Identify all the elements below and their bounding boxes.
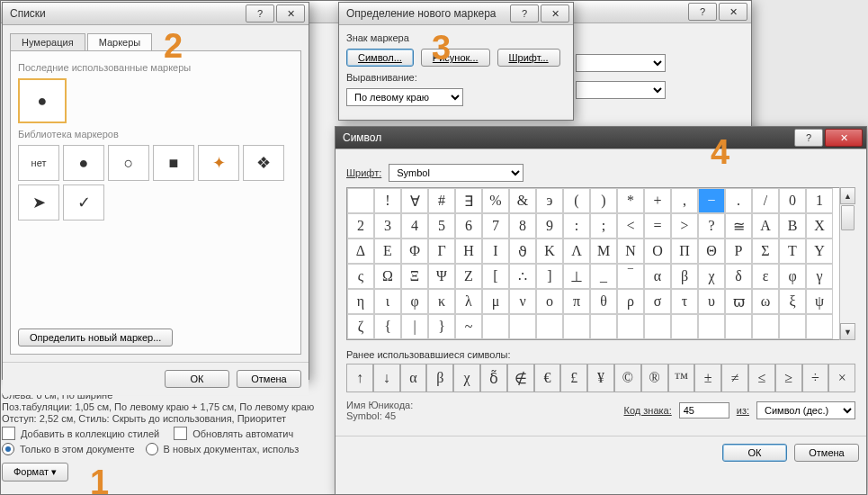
- define-new-bullet-button[interactable]: Определить новый маркер...: [18, 328, 173, 346]
- bullet-square[interactable]: ■: [153, 145, 194, 181]
- symbol-cell[interactable]: 8: [509, 213, 536, 238]
- symbol-cell[interactable]: [806, 314, 833, 339]
- symbol-cell[interactable]: |: [401, 314, 428, 339]
- symbol-cell[interactable]: γ: [806, 264, 833, 289]
- symbol-cell[interactable]: ω: [752, 289, 779, 314]
- symbol-cell[interactable]: [779, 314, 806, 339]
- symbol-cell[interactable]: [482, 314, 509, 339]
- close-icon[interactable]: ✕: [541, 4, 569, 22]
- recent-symbol-cell[interactable]: α: [400, 364, 427, 392]
- symbol-cell[interactable]: Δ: [347, 238, 374, 264]
- symbol-cell[interactable]: ;: [590, 213, 617, 238]
- symbol-cell[interactable]: [536, 314, 563, 339]
- symbol-cell[interactable]: [671, 314, 698, 339]
- symbol-cell[interactable]: ρ: [617, 289, 644, 314]
- bullet-disc[interactable]: ●: [63, 145, 104, 181]
- symbol-cell[interactable]: φ: [779, 264, 806, 289]
- symbol-cell[interactable]: ζ: [347, 314, 374, 339]
- symbol-cell[interactable]: ): [590, 188, 617, 213]
- symbol-cell[interactable]: T: [779, 238, 806, 264]
- recent-symbol-cell[interactable]: €: [534, 364, 561, 392]
- symbol-cell[interactable]: [347, 188, 374, 213]
- symbol-cell[interactable]: P: [725, 238, 752, 264]
- symbol-cell[interactable]: 4: [401, 213, 428, 238]
- recent-symbol-cell[interactable]: ↓: [373, 364, 400, 392]
- symbol-cell[interactable]: Θ: [698, 238, 725, 264]
- close-icon[interactable]: ✕: [719, 3, 747, 21]
- symbol-cell[interactable]: ?: [698, 213, 725, 238]
- symbol-cell[interactable]: [617, 314, 644, 339]
- recent-symbol-cell[interactable]: ©: [614, 364, 641, 392]
- recent-symbol-cell[interactable]: ≤: [748, 364, 775, 392]
- font-select[interactable]: Symbol: [389, 164, 523, 182]
- symbol-button[interactable]: Символ...: [346, 49, 414, 67]
- ok-button[interactable]: ОК: [722, 444, 787, 462]
- recent-symbol-cell[interactable]: ÷: [802, 364, 829, 392]
- symbol-cell[interactable]: Π: [671, 238, 698, 264]
- symbol-cell[interactable]: Z: [455, 264, 482, 289]
- bullet-arrow[interactable]: ➤: [18, 184, 59, 220]
- cancel-button[interactable]: Отмена: [237, 370, 301, 388]
- symbol-cell[interactable]: ξ: [779, 289, 806, 314]
- symbol-cell[interactable]: <: [617, 213, 644, 238]
- help-icon[interactable]: ?: [510, 4, 539, 22]
- symbol-cell[interactable]: (: [563, 188, 590, 213]
- symbol-cell[interactable]: 9: [536, 213, 563, 238]
- symbol-cell[interactable]: :: [563, 213, 590, 238]
- symbol-cell[interactable]: ~: [455, 314, 482, 339]
- symbol-cell[interactable]: [: [482, 264, 509, 289]
- scroll-thumb[interactable]: [841, 205, 855, 230]
- symbol-cell[interactable]: κ: [428, 289, 455, 314]
- symbol-cell[interactable]: #: [428, 188, 455, 213]
- symbol-cell[interactable]: Φ: [401, 238, 428, 264]
- symbol-cell[interactable]: X: [806, 213, 833, 238]
- close-icon[interactable]: ✕: [276, 4, 305, 22]
- recent-symbol-cell[interactable]: ↑: [346, 364, 373, 392]
- symbol-cell[interactable]: [563, 314, 590, 339]
- symbol-cell[interactable]: [644, 314, 671, 339]
- symbol-cell[interactable]: ς: [347, 264, 374, 289]
- grid-scrollbar[interactable]: ▲ ▼: [839, 187, 855, 340]
- symbol-cell[interactable]: 6: [455, 213, 482, 238]
- symbol-cell[interactable]: ∴: [509, 264, 536, 289]
- symbol-cell[interactable]: *: [617, 188, 644, 213]
- symbol-cell[interactable]: {: [374, 314, 401, 339]
- recent-symbol-cell[interactable]: ¥: [587, 364, 614, 392]
- recent-symbol-cell[interactable]: ±: [694, 364, 721, 392]
- bullet-circle[interactable]: ○: [108, 145, 149, 181]
- symbol-cell[interactable]: >: [671, 213, 698, 238]
- symbol-cell[interactable]: [590, 314, 617, 339]
- symbol-cell[interactable]: H: [455, 238, 482, 264]
- symbol-cell[interactable]: }: [428, 314, 455, 339]
- symbol-grid[interactable]: !∀#∃%&э()*+,−./0123456789:;<=>?≅ABXΔEΦΓH…: [346, 187, 855, 340]
- symbol-cell[interactable]: ϑ: [509, 238, 536, 264]
- symbol-cell[interactable]: ,: [671, 188, 698, 213]
- symbol-cell[interactable]: [725, 314, 752, 339]
- symbol-cell[interactable]: 7: [482, 213, 509, 238]
- only-this-doc-radio[interactable]: [2, 443, 14, 455]
- symbol-cell[interactable]: δ: [725, 264, 752, 289]
- symbol-cell[interactable]: τ: [671, 289, 698, 314]
- help-icon[interactable]: ?: [794, 129, 823, 147]
- recent-symbol-cell[interactable]: ≥: [775, 364, 802, 392]
- symbol-cell[interactable]: .: [725, 188, 752, 213]
- bg-select-1[interactable]: [576, 54, 666, 72]
- symbol-cell[interactable]: M: [590, 238, 617, 264]
- symbol-cell[interactable]: υ: [698, 289, 725, 314]
- symbol-cell[interactable]: [509, 314, 536, 339]
- bg-select-2[interactable]: [576, 81, 666, 99]
- recent-symbol-cell[interactable]: ™: [668, 364, 695, 392]
- ok-button[interactable]: ОК: [165, 370, 229, 388]
- symbol-cell[interactable]: ≅: [725, 213, 752, 238]
- symbol-cell[interactable]: ]: [536, 264, 563, 289]
- symbol-cell[interactable]: Ψ: [428, 264, 455, 289]
- symbol-cell[interactable]: B: [779, 213, 806, 238]
- symbol-cell[interactable]: ∀: [401, 188, 428, 213]
- symbol-cell[interactable]: θ: [590, 289, 617, 314]
- symbol-cell[interactable]: [698, 314, 725, 339]
- symbol-cell[interactable]: ϖ: [725, 289, 752, 314]
- symbol-cell[interactable]: σ: [644, 289, 671, 314]
- bullet-check[interactable]: ✓: [63, 184, 104, 220]
- bullet-4diamond[interactable]: ✦: [198, 145, 239, 181]
- symbol-cell[interactable]: Ω: [374, 264, 401, 289]
